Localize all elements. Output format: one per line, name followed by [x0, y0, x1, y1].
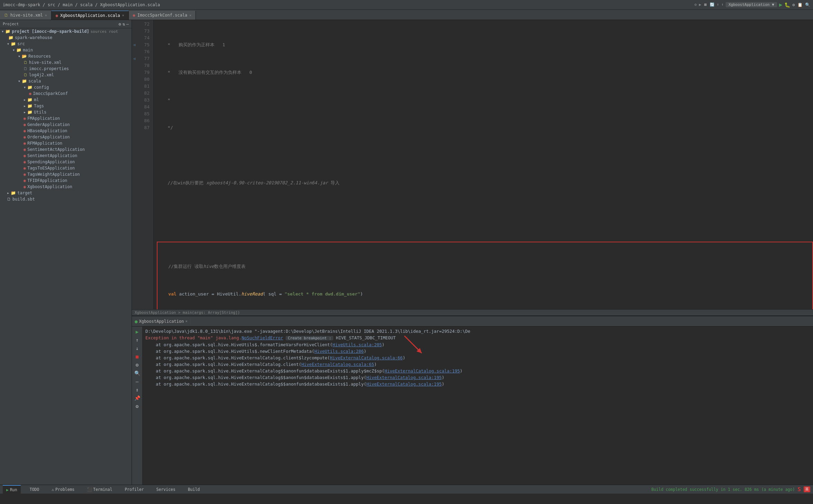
status-tab-services[interactable]: Services: [153, 485, 179, 494]
run-close-button[interactable]: —: [133, 378, 141, 385]
sidebar-item-tags-es-app[interactable]: ◉ TagsToESApplication: [0, 165, 132, 171]
run-filter-button[interactable]: 🔍: [133, 369, 141, 377]
sidebar-item-utils[interactable]: ▸ 📁 Utils: [0, 109, 132, 115]
sidebar: Project ⚙ ⇅ — ▾ 📁 project [imocc-dmp-spa…: [0, 20, 132, 485]
exception-text: Exception in thread "main" java.lang.: [145, 335, 241, 340]
item-label: TagsToESApplication: [27, 166, 75, 171]
folder-icon: 📁: [22, 79, 27, 84]
sidebar-item-hive-site-xml[interactable]: 🗋 hive-site.xml: [0, 59, 132, 66]
run-tab-close[interactable]: ×: [185, 319, 188, 323]
run-expand-button[interactable]: ↕: [133, 386, 141, 394]
run-stop-button[interactable]: ■: [133, 353, 141, 360]
source-root-badge: sources root: [90, 29, 118, 34]
status-tab-profiler[interactable]: Profiler: [121, 485, 147, 494]
sidebar-collapse-icon[interactable]: —: [126, 22, 129, 27]
item-label: config: [34, 85, 49, 90]
sidebar-item-main[interactable]: ▾ 📁 main: [0, 47, 132, 53]
status-tab-terminal[interactable]: ⬛ Terminal: [84, 485, 116, 494]
breakpoint-hint[interactable]: Create breakpoint :: [286, 336, 333, 340]
line-79: 79: [132, 69, 150, 76]
sidebar-item-project[interactable]: ▾ 📁 project [imocc-dmp-spark-build] sour…: [0, 28, 132, 35]
sidebar-item-hbase-app[interactable]: ◉ HBaseApplication: [0, 128, 132, 134]
stack-line-0: at org.apache.spark.sql.hive.HiveUtils$.…: [145, 341, 810, 348]
status-tab-problems[interactable]: ⚠ Problems: [48, 485, 78, 494]
item-label: RFMApplication: [27, 141, 62, 146]
sidebar-expand-icon[interactable]: ⇅: [123, 22, 125, 27]
sidebar-item-target[interactable]: ▸ 📁 target: [0, 190, 132, 196]
scala-file-icon: ◉: [23, 178, 26, 183]
code-line-78: [157, 207, 813, 214]
item-label: FMApplication: [27, 116, 60, 121]
run-output[interactable]: D:\Develop\Java\jdk1.8.0_131\bin\java.ex…: [143, 327, 813, 485]
scala-file-icon: ◉: [23, 122, 26, 127]
run-button[interactable]: ▶: [779, 1, 783, 8]
status-tab-todo[interactable]: TODO: [26, 485, 43, 494]
sidebar-item-tags-weight-app[interactable]: ◉ TagsWeightApplication: [0, 171, 132, 177]
sidebar-item-resources[interactable]: ▾ 📂 Resources: [0, 53, 132, 59]
code-editor[interactable]: 72 73 74 75 76 77 78 79 80 81 82 83 84 8…: [132, 20, 813, 309]
stack-link-4[interactable]: HiveExternalCatalog.scala:195: [384, 368, 460, 374]
sidebar-item-orders-app[interactable]: ◉ OrdersApplication: [0, 134, 132, 140]
app-search[interactable]: XgboostApplication ▼: [726, 2, 777, 7]
tab-xgboost-application[interactable]: ◉ XgboostApplication.scala ×: [51, 11, 129, 20]
stack-link-0[interactable]: HiveUtils.scala:205: [333, 342, 382, 347]
sidebar-item-spending-app[interactable]: ◉ SpendingApplication: [0, 159, 132, 165]
stack-link-3[interactable]: HiveExternalCatalog.scala:65: [302, 362, 374, 367]
scala-file-icon: ◉: [23, 184, 26, 189]
item-label: TFIDFApplication: [27, 178, 67, 183]
sidebar-item-src[interactable]: ▾ 📁 src: [0, 41, 132, 47]
status-tab-build[interactable]: Build: [184, 485, 203, 494]
sidebar-settings-icon[interactable]: ⚙: [118, 22, 121, 27]
item-label: SentimentApplication: [27, 153, 77, 158]
sidebar-item-ml[interactable]: ▸ 📁 ml: [0, 97, 132, 103]
tab-imocc-spark-conf[interactable]: ◉ ImoccSparkConf.scala ×: [129, 11, 196, 20]
debug-button[interactable]: 🐛: [784, 2, 790, 8]
code-line-77: //在win执行要把 xgboost4j-0.90-criteo-2019070…: [157, 180, 813, 186]
run-restart-button[interactable]: ▶: [133, 328, 141, 336]
project-label: Project: [3, 22, 19, 26]
field-name: HIVE_STATS_JDBC_TIMEOUT: [336, 335, 396, 340]
item-label: hive-site.xml: [29, 60, 61, 65]
status-tab-todo-label: TODO: [30, 487, 39, 492]
sidebar-header: Project ⚙ ⇅ —: [0, 20, 132, 28]
sidebar-item-xgboost-app[interactable]: ◉ XgboostApplication: [0, 184, 132, 190]
sidebar-item-tfidf-app[interactable]: ◉ TFIDFApplication: [0, 177, 132, 184]
run-gear-button[interactable]: ⚙: [133, 403, 141, 410]
status-right: Build completed successfully in 1 sec. 8…: [651, 486, 810, 493]
sidebar-item-fm-app[interactable]: ◉ FMApplication: [0, 115, 132, 122]
run-scroll-up-button[interactable]: ↑: [133, 336, 141, 344]
scala-file-icon: ◉: [23, 159, 26, 164]
run-pin-button[interactable]: 📌: [133, 394, 141, 402]
stack-link-1[interactable]: HiveUtils.scala:286: [314, 349, 364, 354]
code-content[interactable]: * 购买的作为正样本 1 * 没有购买但有交互的作为负样本 0 * */ //在…: [153, 20, 813, 309]
sidebar-item-log4j2-xml[interactable]: 🗋 log4j2.xml: [0, 72, 132, 78]
run-settings-button[interactable]: ⚙: [133, 361, 141, 369]
sidebar-item-gender-app[interactable]: ◉ GenderApplication: [0, 122, 132, 128]
sidebar-item-sentiment-act-app[interactable]: ◉ SentimentActApplication: [0, 146, 132, 153]
sidebar-item-build-sbt[interactable]: 🗋 build.sbt: [0, 196, 132, 202]
file-icon: ◉: [56, 13, 58, 18]
sidebar-item-sentiment-app[interactable]: ◉ SentimentApplication: [0, 153, 132, 159]
folder-icon: 📁: [27, 104, 32, 108]
tab-close-icon[interactable]: ×: [122, 13, 124, 17]
line-87: 87: [132, 124, 150, 131]
stack-link-2[interactable]: HiveExternalCatalog.scala:66: [330, 355, 403, 360]
tab-close-icon[interactable]: ×: [189, 13, 191, 17]
status-tab-run[interactable]: ▶ Run: [3, 485, 21, 494]
sidebar-item-scala[interactable]: ▾ 📁 scala: [0, 78, 132, 84]
sidebar-item-rfm-app[interactable]: ◉ RFMApplication: [0, 140, 132, 146]
stack-link-5[interactable]: HiveExternalCatalog.scala:195: [366, 375, 442, 380]
sidebar-item-tags[interactable]: ▸ 📁 Tags: [0, 103, 132, 109]
run-scroll-down-button[interactable]: ↓: [133, 345, 141, 352]
sidebar-item-config[interactable]: ▾ 📁 config: [0, 84, 132, 90]
sidebar-item-imocc-spark-conf[interactable]: ◉ ImoccSparkConf: [0, 90, 132, 97]
no-such-field-link[interactable]: NoSuchFieldError: [241, 335, 283, 340]
stack-link-6[interactable]: HiveExternalCatalog.scala:195: [366, 381, 442, 387]
sidebar-item-spark-warehouse[interactable]: 📁 spark-warehouse: [0, 35, 132, 41]
terminal-icon: ⬛: [87, 487, 92, 492]
tab-close-icon[interactable]: ×: [45, 13, 47, 17]
sidebar-item-imocc-properties[interactable]: 🗋 imocc.properties: [0, 66, 132, 72]
tab-hive-site-xml[interactable]: 🗋 hive-site.xml ×: [0, 11, 51, 20]
tab-label: ImoccSparkConf.scala: [137, 13, 188, 18]
item-label: scala: [28, 79, 41, 84]
